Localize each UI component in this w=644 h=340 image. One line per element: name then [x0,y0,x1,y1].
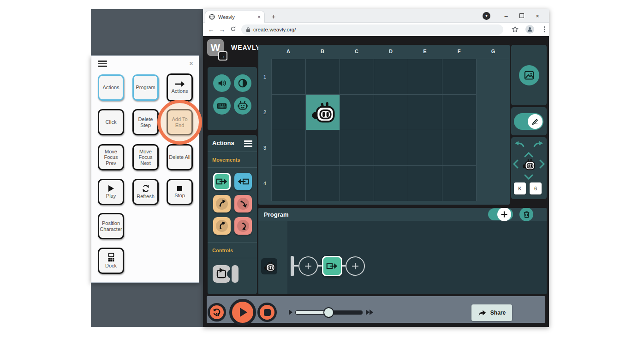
browser-menu-button[interactable] [540,26,549,32]
action-block-turn-right-45[interactable] [234,195,252,212]
browser-tab[interactable]: Weavly × [205,11,265,23]
scene-cell-E2[interactable] [442,95,477,130]
profile-button[interactable] [525,25,535,34]
switch-button-stop[interactable]: Stop [167,179,193,205]
switch-button-add-to-end[interactable]: Add To End [167,109,193,135]
add-node-knob[interactable] [497,208,511,221]
scene-cell-G1[interactable] [272,95,306,130]
audio-feedback-button[interactable] [213,74,231,92]
tab-close-icon[interactable]: × [257,14,261,20]
scene-cell-F1[interactable] [442,59,477,95]
action-block-turn-left-45[interactable] [213,195,231,212]
star-icon [512,26,519,33]
scene-cell-G2[interactable] [306,130,340,166]
program-character-column [258,221,287,294]
scene-cell-C3[interactable] [408,130,442,166]
bookmark-star-button[interactable] [511,26,520,33]
back-button[interactable]: ← [206,26,217,33]
panel-close-icon[interactable]: × [189,60,193,68]
weavly-app: W → WEAVLY [203,36,549,327]
switch-button-actions[interactable]: Actions [98,74,124,101]
scene-character[interactable] [310,100,335,125]
screenshot-root: Weavly × + ▾ – × ← → [0,0,644,340]
reset-character-button[interactable] [208,303,226,322]
program-step-forward[interactable] [322,256,342,276]
program-character-button[interactable] [261,258,277,274]
scene-cell-A4[interactable] [374,166,408,201]
scene-cell-B1[interactable] [306,59,340,95]
scene-cell-A2[interactable] [306,95,340,130]
forward-button[interactable]: → [217,26,228,33]
stop-button[interactable] [257,303,277,322]
scene-cell-C2[interactable] [374,95,408,130]
action-block-backward[interactable] [234,173,252,190]
row-position-input[interactable]: 6 [530,182,542,194]
scene-cell-D1[interactable] [374,59,408,95]
move-right-button[interactable] [539,159,545,170]
add-step-node-2[interactable] [346,256,365,276]
switch-button-play[interactable]: Play [98,179,124,205]
switch-button-move-focus-next[interactable]: Move Focus Next [132,144,159,170]
switch-button-refresh[interactable]: Refresh [132,179,159,205]
switch-button-dock[interactable]: Dock [98,248,124,274]
minimize-button[interactable]: – [498,12,514,19]
speed-slider-track-right[interactable] [330,310,363,315]
scene-cell-F2[interactable] [272,130,306,166]
scene-cell-F3[interactable] [306,166,340,201]
delete-program-button[interactable] [519,208,533,221]
scene-cell-C4[interactable] [442,166,477,201]
character-select-button[interactable] [234,97,251,115]
scene-cell-D2[interactable] [408,95,442,130]
maximize-button[interactable] [514,12,530,19]
panel-menu-icon[interactable] [98,61,107,67]
refresh-icon [142,184,150,193]
move-down-button[interactable] [524,173,533,182]
url-bar[interactable]: create.weavly.org/ [241,24,503,35]
background-picker-button[interactable] [519,65,539,85]
turn-left-45-icon [217,199,227,209]
switch-button-position-character[interactable]: Position Character [98,213,124,239]
play-button[interactable] [229,299,256,326]
scene-cell-B4[interactable] [408,166,442,201]
scene-cell-B3[interactable] [374,130,408,166]
new-tab-button[interactable]: + [268,12,279,22]
turn-right-button[interactable] [533,141,544,150]
reload-button[interactable] [227,26,239,33]
stop-icon [264,309,271,316]
speed-slider-thumb[interactable] [323,307,334,318]
scene-cell-E3[interactable] [272,166,306,201]
move-left-button[interactable] [513,159,519,170]
robot-character-icon [522,158,536,171]
action-block-forward[interactable] [213,173,231,190]
keyboard-shortcuts-button[interactable] [213,97,231,115]
action-block-turn-left-90[interactable] [213,217,231,235]
switch-button-actions-next[interactable]: Actions [167,73,193,102]
scene-cell-C1[interactable] [340,59,374,95]
arrow-right-icon [175,81,185,87]
scene-column-header: D [374,49,408,54]
palette-title: Actions [212,140,234,146]
scene-cell-A1[interactable] [272,59,306,95]
close-button[interactable]: × [530,12,545,19]
switch-button-delete-all[interactable]: Delete All [167,144,193,170]
pen-toggle[interactable] [514,113,543,130]
scene-cell-D3[interactable] [442,130,477,166]
program-header: Program [258,208,547,221]
scene-cell-A3[interactable] [340,130,374,166]
control-block-loop[interactable] [212,263,239,286]
scene-cell-B2[interactable] [340,95,374,130]
switch-button-program[interactable]: Program [132,74,159,101]
add-step-node-1[interactable] [298,256,318,276]
palette-menu-icon[interactable] [244,140,252,147]
column-position-input[interactable]: K [514,182,526,194]
switch-button-move-focus-prev[interactable]: Move Focus Prev [98,144,124,170]
action-block-turn-right-90[interactable] [234,217,252,235]
theme-contrast-button[interactable] [234,74,251,92]
share-button[interactable]: Share [471,304,512,321]
switch-button-delete-step[interactable]: Delete Step [132,109,159,135]
scene-cell-E1[interactable] [408,59,442,95]
scene-cell-G3[interactable] [340,166,374,201]
turn-left-button[interactable] [514,141,525,150]
extension-icon[interactable]: ▾ [483,12,498,20]
switch-button-click[interactable]: Click [98,109,124,135]
